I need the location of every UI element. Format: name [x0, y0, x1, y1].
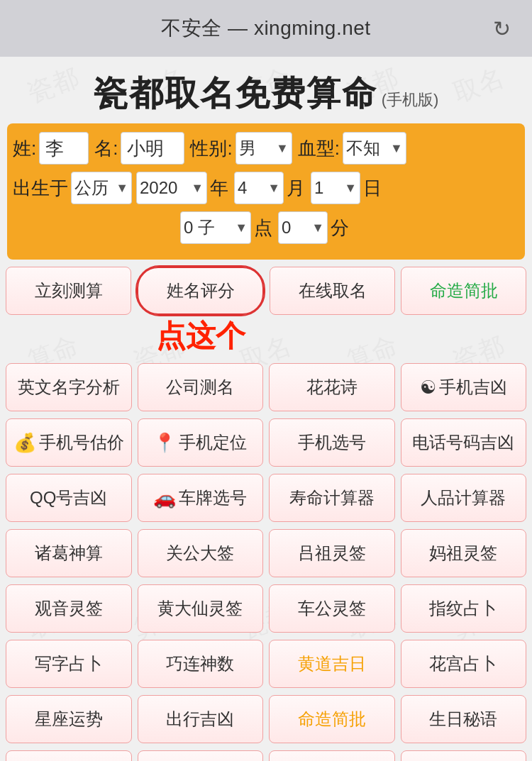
buttons-row-3: QQ号吉凶 🚗车牌选号 寿命计算器 人品计算器	[6, 474, 526, 522]
page-content: 瓷都取名算命瓷都取名 算命瓷都取名算命瓷都 取名算命瓷都取名算命 瓷都取名免费算…	[0, 57, 532, 761]
btn-guangong[interactable]: 关公大签	[138, 529, 264, 577]
buttons-row-7: 星座运势 出行吉凶 命造简批 生日秘语	[6, 695, 526, 743]
month-label: 月	[287, 176, 305, 201]
btn-zhugeshen[interactable]: 诸葛神算	[6, 529, 132, 577]
btn-shoujixuanhao[interactable]: 手机选号	[269, 418, 395, 467]
btn-renpin[interactable]: 人品计算器	[401, 474, 527, 522]
form-row-2: 出生于 公历 ▼ 2020 ▼ 年 4 ▼ 月 1 ▼ 日	[13, 172, 519, 204]
btn-shengrimiyv[interactable]: 生日秘语	[401, 695, 527, 743]
btn-shoujidingwei[interactable]: 📍手机定位	[138, 418, 264, 467]
birth-label: 出生于	[13, 176, 68, 201]
calendar-select[interactable]: 公历 ▼	[71, 172, 132, 204]
btn-dianhuajixiong[interactable]: 电话号码吉凶	[401, 418, 527, 467]
surname-label: 姓:	[13, 136, 36, 161]
gender-label: 性别:	[190, 136, 232, 161]
name-label: 名:	[94, 136, 118, 161]
btn-xiezizhanbu[interactable]: 写字占卜	[6, 640, 132, 688]
btn-zaixianquming[interactable]: 在线取名	[270, 267, 395, 315]
btn-chuxing[interactable]: 出行吉凶	[138, 695, 264, 743]
calendar-value: 公历	[74, 177, 109, 199]
pin-icon: 📍	[153, 432, 176, 454]
btn-zuijia[interactable]: 最佳婚龄	[6, 750, 132, 761]
btn-huahuashi[interactable]: 花花诗	[269, 363, 395, 411]
year-label: 年	[210, 176, 228, 201]
page-title-main: 瓷都取名免费算命	[94, 74, 377, 112]
btn-hunyin[interactable]: 婚姻试配	[401, 750, 527, 761]
buttons-row-6: 写字占卜 巧连神数 黄道吉日 花宫占卜	[6, 640, 526, 688]
buttons-row-2: 💰手机号估价 📍手机定位 手机选号 电话号码吉凶	[6, 418, 526, 467]
blood-value: 不知	[346, 137, 380, 160]
reload-button[interactable]: ↻	[493, 16, 511, 41]
annotation-spacer	[6, 322, 526, 363]
hour-select[interactable]: 0 子 ▼	[180, 211, 251, 244]
btn-lijicesuan[interactable]: 立刻测算	[6, 267, 131, 315]
buttons-row-0: 立刻测算 姓名评分 点这个 在线取名 命造简批	[6, 267, 526, 315]
hour-label: 点	[254, 216, 272, 240]
btn-mingzaojianpi-0[interactable]: 命造简批	[401, 267, 526, 315]
btn-huangdaxian[interactable]: 黄大仙灵签	[138, 584, 264, 633]
page-title-sub: (手机版)	[382, 91, 439, 109]
browser-url: 不安全 — xingming.net	[161, 15, 370, 42]
year-select[interactable]: 2020 ▼	[136, 172, 207, 204]
minute-value: 0	[282, 218, 291, 238]
btn-shoujigujia[interactable]: 💰手机号估价	[6, 418, 132, 467]
minute-select[interactable]: 0 ▼	[278, 211, 328, 244]
buttons-row-5: 观音灵签 黄大仙灵签 车公灵签 指纹占卜	[6, 584, 526, 633]
buttons-row-8: 最佳婚龄 哪年结婚？ 两人关系 婚姻试配	[6, 750, 526, 761]
browser-bar: 不安全 — xingming.net ↻	[0, 0, 532, 57]
day-value: 1	[314, 178, 323, 198]
gender-select[interactable]: 男 ▼	[235, 132, 292, 165]
month-select[interactable]: 4 ▼	[234, 172, 284, 204]
btn-gongsicename[interactable]: 公司测名	[138, 363, 264, 411]
btn-zhiwen[interactable]: 指纹占卜	[401, 584, 527, 633]
btn-xingzuo[interactable]: 星座运势	[6, 695, 132, 743]
btn-huangdaoji[interactable]: 黄道吉日	[269, 640, 395, 688]
hour-value: 0 子	[184, 216, 215, 239]
car-icon: 🚗	[153, 487, 176, 509]
btn-chegong[interactable]: 车公灵签	[269, 584, 395, 633]
btn-shoujijixiong[interactable]: ☯手机吉凶	[401, 363, 527, 411]
btn-guanyin[interactable]: 观音灵签	[6, 584, 132, 633]
btn-mazu[interactable]: 妈祖灵签	[401, 529, 527, 577]
month-value: 4	[238, 178, 247, 198]
day-select[interactable]: 1 ▼	[311, 172, 360, 204]
blood-select[interactable]: 不知 ▼	[343, 132, 406, 165]
btn-qiaolian[interactable]: 巧连神数	[138, 640, 264, 688]
btn-mingzaojianpi-2[interactable]: 命造简批	[269, 695, 395, 743]
btn-nabianjie[interactable]: 哪年结婚？	[138, 750, 264, 761]
btn-chepaixuanhao[interactable]: 🚗车牌选号	[138, 474, 264, 522]
buttons-area: 立刻测算 姓名评分 点这个 在线取名 命造简批 英文名字分析 公司测名 花花诗 …	[0, 267, 532, 761]
gender-value: 男	[239, 137, 256, 160]
gender-arrow: ▼	[276, 141, 289, 156]
btn-huagong[interactable]: 花宫占卜	[401, 640, 527, 688]
btn-shoumingji[interactable]: 寿命计算器	[269, 474, 395, 522]
btn-xingmingpingfen[interactable]: 姓名评分 点这个	[137, 267, 264, 315]
name-input[interactable]	[121, 132, 184, 165]
btn-yingwenming[interactable]: 英文名字分析	[6, 363, 132, 411]
btn-lvzu[interactable]: 吕祖灵签	[269, 529, 395, 577]
surname-input[interactable]	[39, 132, 89, 165]
form-row-1: 姓: 名: 性别: 男 ▼ 血型: 不知 ▼	[13, 132, 519, 165]
form-row-3: 0 子 ▼ 点 0 ▼ 分	[13, 211, 519, 244]
blood-label: 血型:	[298, 136, 340, 161]
year-value: 2020	[140, 178, 177, 198]
blood-arrow: ▼	[390, 141, 403, 156]
yinyang-icon: ☯	[420, 377, 436, 399]
buttons-row-1: 英文名字分析 公司测名 花花诗 ☯手机吉凶	[6, 363, 526, 411]
buttons-row-4: 诸葛神算 关公大签 吕祖灵签 妈祖灵签	[6, 529, 526, 577]
day-label: 日	[363, 176, 382, 201]
btn-liangren[interactable]: 两人关系	[269, 750, 395, 761]
minute-label: 分	[331, 216, 349, 240]
page-title-area: 瓷都取名免费算命(手机版)	[0, 57, 532, 123]
form-area: 姓: 名: 性别: 男 ▼ 血型: 不知 ▼ 出生于 公历 ▼	[7, 123, 525, 260]
btn-qqjixiong[interactable]: QQ号吉凶	[6, 474, 132, 522]
money-icon: 💰	[13, 432, 36, 454]
